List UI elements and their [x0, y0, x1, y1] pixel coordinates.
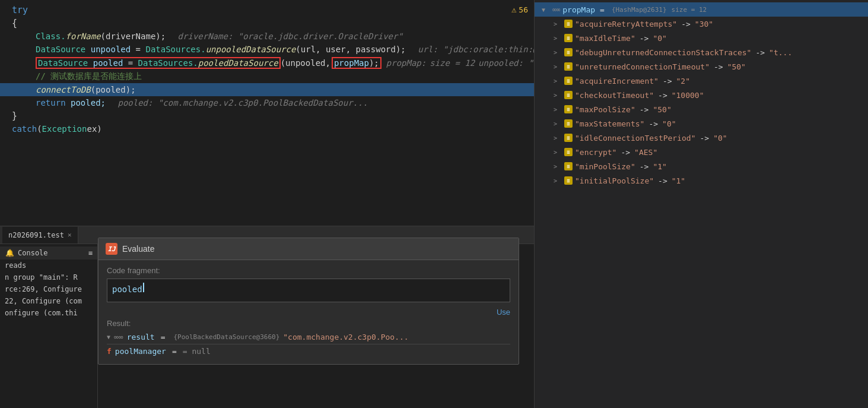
- reads-item: reads: [0, 260, 97, 271]
- code-fragment-label: Code fragment:: [107, 266, 510, 275]
- var-entry-11[interactable]: > ≡ "initialPoolSize" -> "1": [535, 173, 868, 188]
- var-entry-0[interactable]: > ≡ "acquireRetryAttempts" -> "30": [535, 17, 868, 31]
- class-name: Class.: [36, 31, 66, 41]
- stack-2-text: rce:269, Configure: [5, 285, 82, 293]
- entry-name-7: "maxStatements": [575, 119, 644, 128]
- entry-icon-11: ≡: [564, 176, 573, 185]
- entry-icon-7: ≡: [564, 119, 573, 128]
- code-fragment-input[interactable]: pooled: [107, 279, 510, 302]
- pool-manager-value: = null: [183, 347, 211, 356]
- code-line-brace-close: }: [0, 109, 534, 122]
- entry-chevron-1: >: [554, 35, 562, 42]
- result-type: {PoolBackedDataSource@3660}: [173, 333, 279, 341]
- console-panel: 🔔 Console ≡ reads n group "main": R rce:…: [0, 244, 534, 408]
- reads-text: reads: [5, 261, 26, 270]
- var-entry-8[interactable]: > ≡ "idleConnectionTestPeriod" -> "0": [535, 131, 868, 145]
- var-entry-9[interactable]: > ≡ "encrypt" -> "AES": [535, 145, 868, 159]
- console-icon: 🔔: [5, 248, 14, 258]
- entry-icon-10: ≡: [564, 162, 573, 170]
- entry-chevron-0: >: [554, 21, 562, 27]
- stack-1-text: n group "main": R: [5, 273, 78, 282]
- entry-name-5: "checkoutTimeout": [575, 91, 654, 100]
- console-sidebar: 🔔 Console ≡ reads n group "main": R rce:…: [0, 244, 98, 408]
- entry-name-2: "debugUnreturnedConnectionStackTraces": [575, 48, 751, 57]
- var-entry-7[interactable]: > ≡ "maxStatements" -> "0": [535, 116, 868, 131]
- entry-name-0: "acquireRetryAttempts": [575, 20, 677, 29]
- warning-badge: ⚠ 56: [511, 5, 528, 14]
- line2-hint: url: "jdbc:oracle:thin:@10.80.1...: [418, 45, 534, 54]
- expand-icon[interactable]: ▼: [107, 334, 110, 340]
- tab-label: n2026091.test: [8, 231, 64, 239]
- propmap-infinity: ∞∞: [552, 6, 560, 14]
- entry-name-3: "unreturnedConnectionTimeout": [575, 62, 710, 71]
- right-panel: ▼ ∞∞ propMap = {HashMap@2631} size = 12 …: [534, 0, 868, 408]
- code-line-2: DataSource unpooled = DataSources.unpool…: [0, 43, 534, 56]
- console-label: Console: [18, 249, 48, 257]
- result-label: Result:: [107, 319, 510, 328]
- red-box-propmap: propMap);: [332, 57, 381, 69]
- code-line-catch: catch ( Exception ex): [0, 122, 534, 135]
- code-section: ⚠ 56 try { Class.forName(driverName); dr…: [0, 0, 534, 226]
- entry-icon-2: ≡: [564, 48, 573, 56]
- entry-name-1: "maxIdleTime": [575, 34, 635, 43]
- entry-name-11: "initialPoolSize": [575, 176, 654, 185]
- entry-chevron-8: >: [554, 135, 562, 141]
- var-entry-1[interactable]: > ≡ "maxIdleTime" -> "0": [535, 31, 868, 45]
- entry-val-3: "50": [727, 62, 746, 71]
- entry-icon-4: ≡: [564, 77, 573, 85]
- propmap-size: size = 12: [672, 6, 707, 14]
- entry-icon-3: ≡: [564, 62, 573, 71]
- code-line-1: Class.forName(driverName); driverName: "…: [0, 30, 534, 43]
- brace-open: {: [12, 18, 17, 29]
- result-row: ▼ ∞∞ result = {PoolBackedDataSource@3660…: [107, 330, 510, 344]
- entry-chevron-7: >: [554, 121, 562, 127]
- pool-manager-icon: f: [107, 347, 112, 356]
- connect-method: connectToDB: [36, 85, 91, 94]
- entry-icon-5: ≡: [564, 91, 573, 99]
- entry-val-5: "10000": [672, 91, 704, 100]
- var-entry-10[interactable]: > ≡ "minPoolSize" -> "1": [535, 159, 868, 173]
- code-line-try: try: [0, 0, 534, 17]
- stack-3-text: 22, Configure (com: [5, 297, 82, 305]
- try-keyword: try: [12, 5, 28, 15]
- entry-icon-9: ≡: [564, 148, 573, 156]
- forname-method: forName: [66, 31, 101, 41]
- var-entry-4[interactable]: > ≡ "acquireIncrement" -> "2": [535, 74, 868, 88]
- warning-count: 56: [519, 5, 528, 14]
- entry-name-8: "idleConnectionTestPeriod": [575, 134, 696, 143]
- entry-icon-8: ≡: [564, 134, 573, 142]
- main-container: ⚠ 56 try { Class.forName(driverName); dr…: [0, 0, 868, 408]
- use-button[interactable]: Use: [497, 308, 510, 317]
- brace-close: }: [12, 110, 17, 121]
- tab-n2026091[interactable]: n2026091.test ✕: [2, 227, 78, 243]
- code-line-3: DataSource pooled = DataSources.pooledDa…: [0, 56, 534, 70]
- propmap-name: propMap: [562, 5, 595, 14]
- left-panel: ⚠ 56 try { Class.forName(driverName); dr…: [0, 0, 534, 408]
- var-entry-5[interactable]: > ≡ "checkoutTimeout" -> "10000": [535, 88, 868, 102]
- menu-icon: ≡: [88, 249, 93, 257]
- propmap-header-row[interactable]: ▼ ∞∞ propMap = {HashMap@2631} size = 12: [535, 2, 868, 17]
- entry-name-9: "encrypt": [575, 148, 616, 157]
- stack-1: n group "main": R: [0, 271, 97, 283]
- variables-tree: ▼ ∞∞ propMap = {HashMap@2631} size = 12 …: [535, 0, 868, 408]
- var-entry-3[interactable]: > ≡ "unreturnedConnectionTimeout" -> "50…: [535, 59, 868, 74]
- comment: // 测试数据库是否能连接上: [36, 71, 142, 82]
- var-entry-2[interactable]: > ≡ "debugUnreturnedConnectionStackTrace…: [535, 45, 868, 59]
- entry-val-0: "30": [695, 20, 713, 29]
- entry-name-6: "maxPoolSize": [575, 105, 635, 114]
- ij-label: IJ: [107, 245, 115, 253]
- line5-hint: pooled: "com.mchange.v2.c3p0.PoolBackedD…: [117, 98, 367, 107]
- var-entry-6[interactable]: > ≡ "maxPoolSize" -> "50": [535, 102, 868, 116]
- code-line-connect: connectToDB(pooled);: [0, 83, 534, 96]
- code-value: pooled: [112, 284, 142, 294]
- entry-val-9: "AES": [634, 148, 657, 157]
- use-btn-area: Use: [107, 307, 510, 319]
- tab-close-button[interactable]: ✕: [68, 231, 72, 239]
- entry-val-7: "0": [662, 119, 676, 128]
- entry-val-8: "0": [713, 134, 727, 143]
- console-tab[interactable]: 🔔 Console ≡: [0, 246, 97, 260]
- bottom-section: n2026091.test ✕ 🔔 Console ≡ reads n grou…: [0, 226, 534, 408]
- entry-chevron-2: >: [554, 49, 562, 56]
- result-value: "com.mchange.v2.c3p0.Poo...: [283, 333, 408, 341]
- code-line-comment: // 测试数据库是否能连接上: [0, 70, 534, 83]
